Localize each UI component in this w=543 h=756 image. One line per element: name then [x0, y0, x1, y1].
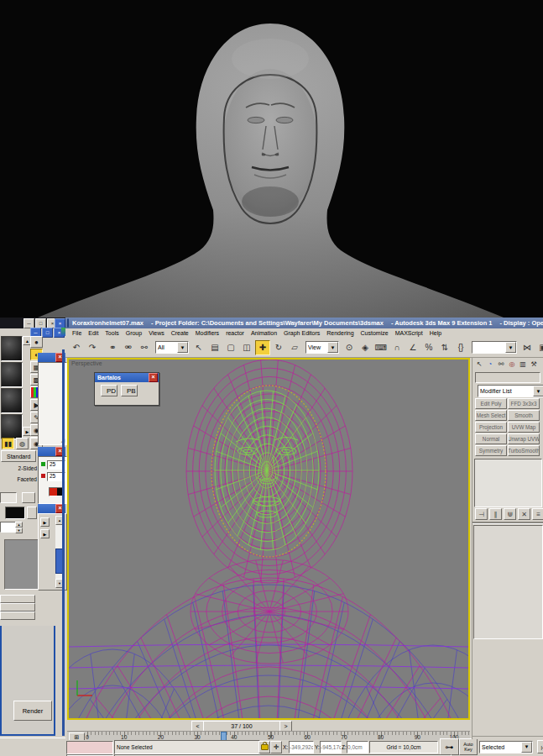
render-button[interactable]: Render: [13, 701, 52, 721]
menu-customize[interactable]: Customize: [361, 330, 389, 336]
modifier-button-symmetry[interactable]: Symmetry: [475, 445, 507, 456]
select-and-rotate-icon[interactable]: ↻: [271, 340, 286, 355]
menu-edit[interactable]: Edit: [88, 330, 98, 336]
selection-lock-toggle[interactable]: [258, 741, 270, 753]
map-button[interactable]: [27, 507, 37, 519]
perspective-viewport[interactable]: Perspective Bartalos × PD PB: [67, 358, 470, 720]
modifier-button-edit-poly[interactable]: Edit Poly: [475, 398, 507, 409]
select-and-scale-icon[interactable]: ▱: [287, 340, 302, 355]
menu-rendering[interactable]: Rendering: [326, 330, 353, 336]
material-slot[interactable]: [1, 388, 23, 413]
chevron-down-icon[interactable]: ▼: [177, 342, 188, 353]
menu-help[interactable]: Help: [430, 330, 441, 336]
window-crossing-icon[interactable]: ◫: [239, 340, 254, 355]
maxscript-mini-listener[interactable]: [66, 741, 113, 754]
spinner-field[interactable]: [0, 522, 17, 533]
viewport-wireframe[interactable]: [69, 360, 468, 718]
modifier-list-dropdown[interactable]: Modifier List ▼: [478, 385, 543, 397]
bartalos-dialog[interactable]: Bartalos × PD PB: [94, 372, 159, 406]
tab-display-tab[interactable]: ▥: [518, 359, 528, 369]
get-material-icon[interactable]: ◍: [16, 438, 29, 449]
menu-tools[interactable]: Tools: [105, 330, 118, 336]
go-to-start-button[interactable]: |◀: [537, 740, 543, 753]
pb-button[interactable]: PB: [121, 385, 138, 396]
snaps-toggle-icon[interactable]: ∩: [389, 340, 405, 355]
undo-icon[interactable]: ↶: [69, 340, 84, 355]
sample-slots-layout-icon[interactable]: ▮▮: [2, 438, 14, 449]
chevron-down-icon[interactable]: ▼: [533, 386, 543, 396]
tab-utilities-tab[interactable]: ⚒: [529, 359, 539, 369]
map-slot-button[interactable]: [0, 612, 35, 620]
align-icon[interactable]: ▣: [535, 340, 543, 355]
set-key-filter-combo[interactable]: Selected ▼: [479, 741, 533, 753]
select-and-manipulate-icon[interactable]: ◈: [358, 340, 373, 355]
keyboard-shortcut-override-icon[interactable]: ⌨: [373, 340, 389, 355]
modifier-button-unwrap-uvw[interactable]: Unwrap UVW: [508, 433, 540, 444]
rectangular-selection-region-icon[interactable]: ▢: [223, 340, 238, 355]
mirror-icon[interactable]: ⋈: [520, 340, 535, 355]
select-and-link-icon[interactable]: ⚭: [105, 340, 120, 355]
modifier-button-projection[interactable]: Projection: [475, 422, 507, 433]
shader-button[interactable]: [22, 492, 35, 503]
object-name-field[interactable]: [475, 372, 540, 383]
x-coordinate-field[interactable]: -349,292cm: [289, 741, 314, 753]
tab-modify-tab[interactable]: ◔: [485, 359, 495, 369]
menu-reactor[interactable]: reactor: [226, 330, 244, 336]
modifier-button-smooth[interactable]: Smooth: [508, 410, 540, 421]
material-slot[interactable]: [1, 362, 23, 387]
shader-field[interactable]: [0, 492, 17, 503]
material-slot[interactable]: [1, 414, 23, 439]
menu-maxscript[interactable]: MAXScript: [395, 330, 423, 336]
selection-filter-combo[interactable]: All▼: [155, 341, 189, 354]
unlink-selection-icon[interactable]: ⚮: [121, 340, 136, 355]
chevron-down-icon[interactable]: ▼: [327, 342, 338, 353]
rollout-arrow-icon[interactable]: ▶: [40, 529, 50, 538]
spin-up-icon[interactable]: ▲: [15, 522, 23, 528]
menu-group[interactable]: Group: [126, 330, 142, 336]
modifier-button-turbosmooth[interactable]: TurboSmooth: [508, 445, 540, 456]
modifier-button-mesh-select[interactable]: Mesh Select: [475, 410, 507, 421]
close-icon[interactable]: ×: [149, 373, 158, 382]
spin-down-icon[interactable]: ▼: [15, 528, 23, 533]
select-and-move-icon[interactable]: ✚: [255, 340, 270, 355]
chevron-down-icon[interactable]: ▼: [521, 742, 532, 753]
restore-icon[interactable]: □: [42, 328, 53, 338]
tab-motion-tab[interactable]: ◎: [507, 359, 517, 369]
chevron-down-icon[interactable]: ▼: [505, 342, 516, 353]
menu-animation[interactable]: Animation: [251, 330, 277, 336]
menu-graph-editors[interactable]: Graph Editors: [284, 330, 320, 336]
y-coordinate-field[interactable]: -945,17cm: [320, 741, 342, 753]
material-type-button[interactable]: Standard: [1, 450, 36, 462]
use-pivot-point-center-icon[interactable]: ⊙: [342, 340, 357, 355]
angle-snap-icon[interactable]: ∠: [405, 340, 420, 355]
pd-button[interactable]: PD: [101, 385, 117, 396]
map-slot-button[interactable]: [0, 603, 35, 612]
named-selection-sets-combo[interactable]: ▼: [472, 341, 517, 354]
modifier-button-uvw-map[interactable]: UVW Map: [508, 422, 540, 433]
spinner-arrows[interactable]: ▲ ▼: [15, 522, 23, 531]
remove-modifier-icon[interactable]: ✕: [518, 508, 530, 520]
menu-views[interactable]: Views: [149, 330, 164, 336]
pin-stack-icon[interactable]: ⊣: [475, 508, 488, 520]
color-swatch[interactable]: [5, 507, 25, 519]
show-end-result-icon[interactable]: ∥: [489, 508, 502, 520]
time-slider[interactable]: < 37 / 100 >: [67, 720, 470, 731]
bartalos-title-bar[interactable]: Bartalos ×: [95, 373, 159, 382]
make-unique-icon[interactable]: ⋓: [504, 508, 516, 520]
material-slot[interactable]: [1, 336, 23, 361]
rollout-area[interactable]: [473, 525, 543, 639]
tab-create-tab[interactable]: ↖: [474, 359, 484, 369]
redo-icon[interactable]: ↷: [85, 340, 100, 355]
absolute-offset-mode-toggle[interactable]: ✛: [270, 741, 282, 753]
menu-modifiers[interactable]: Modifiers: [196, 330, 219, 336]
rollout-arrow-icon[interactable]: ▶: [40, 517, 50, 527]
reference-coordinate-system-combo[interactable]: View▼: [305, 341, 339, 354]
select-by-name-icon[interactable]: ▤: [207, 340, 222, 355]
bind-to-space-warp-icon[interactable]: ⚯: [137, 340, 152, 355]
tab-hierarchy-tab[interactable]: ⚯: [496, 359, 506, 369]
modifier-stack-list[interactable]: [474, 459, 542, 507]
modifier-button-normal[interactable]: Normal: [475, 433, 507, 444]
map-slot-button[interactable]: [0, 595, 35, 603]
select-object-icon[interactable]: ↖: [191, 340, 206, 355]
title-bar[interactable]: KoraxIronhelmet07.max - Project Folder: …: [65, 318, 543, 328]
